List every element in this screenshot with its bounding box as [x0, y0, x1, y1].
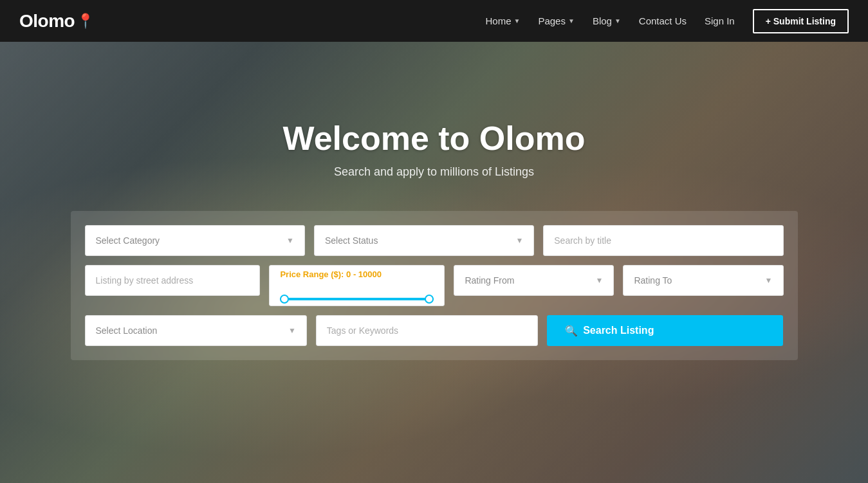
chevron-down-icon: ▼: [515, 236, 523, 245]
nav-home[interactable]: Home ▼: [486, 15, 521, 26]
logo-pin-icon: 📍: [77, 13, 94, 30]
chevron-down-icon: ▼: [514, 17, 521, 24]
status-select[interactable]: Select Status ▼: [314, 225, 534, 256]
price-slider[interactable]: [280, 298, 434, 300]
location-select[interactable]: Select Location ▼: [85, 315, 307, 346]
status-placeholder: Select Status: [325, 235, 378, 246]
tags-input[interactable]: [316, 315, 538, 346]
search-row-3: Select Location ▼ 🔍 Search Listing: [85, 315, 784, 346]
hero-subtitle: Search and apply to millions of Listings: [283, 165, 586, 179]
hero-section: Welcome to Olomo Search and apply to mil…: [0, 42, 868, 483]
search-listing-button[interactable]: 🔍 Search Listing: [547, 315, 783, 346]
rating-to-placeholder: Rating To: [634, 275, 672, 286]
location-placeholder: Select Location: [96, 325, 158, 336]
nav-links: Home ▼ Pages ▼ Blog ▼ Contact Us Sign In…: [486, 9, 849, 33]
navbar: Olomo 📍 Home ▼ Pages ▼ Blog ▼ Contact Us…: [0, 0, 868, 42]
logo-text: Olomo: [19, 11, 75, 32]
nav-pages[interactable]: Pages ▼: [538, 15, 574, 26]
submit-listing-button[interactable]: + Submit Listing: [753, 9, 849, 33]
submit-listing-label: + Submit Listing: [766, 16, 836, 26]
chevron-down-icon: ▼: [614, 17, 621, 24]
logo[interactable]: Olomo 📍: [19, 11, 94, 32]
chevron-down-icon: ▼: [288, 326, 296, 335]
title-search-input[interactable]: [543, 225, 783, 256]
chevron-down-icon: ▼: [568, 17, 575, 24]
price-handle-right[interactable]: [425, 295, 434, 304]
rating-to-select[interactable]: Rating To ▼: [623, 265, 783, 296]
hero-content: Welcome to Olomo Search and apply to mil…: [283, 119, 586, 211]
street-address-input[interactable]: [85, 265, 261, 296]
search-row-2: Price Range ($): 0 - 10000 Rating From ▼…: [85, 265, 784, 306]
nav-signin[interactable]: Sign In: [705, 15, 735, 26]
chevron-down-icon: ▼: [596, 276, 604, 285]
price-handle-left[interactable]: [280, 295, 289, 304]
price-range-container[interactable]: Price Range ($): 0 - 10000: [269, 265, 445, 306]
search-btn-label: Search Listing: [583, 325, 654, 336]
price-slider-fill: [280, 298, 434, 300]
category-placeholder: Select Category: [96, 235, 160, 246]
nav-contact[interactable]: Contact Us: [639, 15, 687, 26]
nav-blog[interactable]: Blog ▼: [593, 15, 621, 26]
chevron-down-icon: ▼: [286, 236, 294, 245]
chevron-down-icon: ▼: [765, 276, 773, 285]
search-icon: 🔍: [565, 325, 578, 337]
rating-from-select[interactable]: Rating From ▼: [454, 265, 614, 296]
hero-title: Welcome to Olomo: [283, 119, 586, 158]
search-box: Select Category ▼ Select Status ▼ Price …: [71, 211, 798, 360]
price-range-label: Price Range ($): 0 - 10000: [280, 269, 434, 279]
search-row-1: Select Category ▼ Select Status ▼: [85, 225, 784, 256]
category-select[interactable]: Select Category ▼: [85, 225, 305, 256]
rating-from-placeholder: Rating From: [465, 275, 514, 286]
